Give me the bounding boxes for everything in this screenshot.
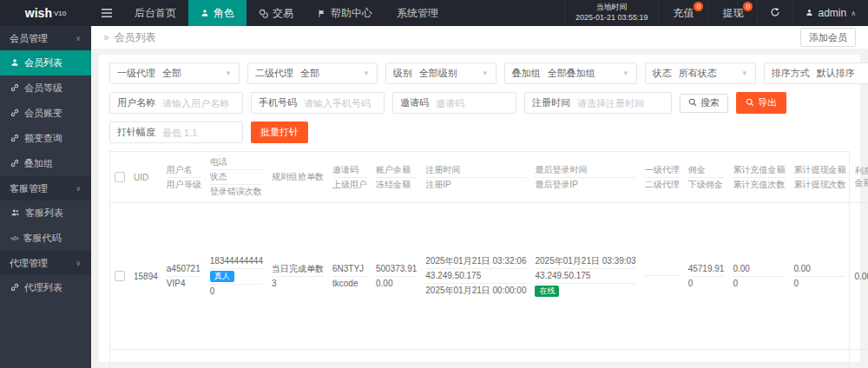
filter-row-inputs: 用户名称 手机号码 邀请码 注册时间 搜索	[109, 92, 850, 114]
stack-group-select[interactable]: 叠加组 全部叠加组 ▼	[504, 62, 637, 84]
header-invite: 邀请码 上级用户	[328, 152, 372, 203]
header-select	[110, 152, 129, 203]
sort-select[interactable]: 排序方式 默认排序 ▼	[764, 62, 868, 84]
link-icon	[10, 108, 19, 119]
sidebar-item-member-level[interactable]: 会员等级	[0, 76, 91, 101]
admin-menu[interactable]: admin ∧	[792, 0, 868, 26]
withdraw-nav-button[interactable]: 提现 0	[707, 0, 757, 26]
chevron-down-icon: ▼	[216, 69, 239, 77]
inject-range-field-group: 打针幅度	[109, 122, 243, 143]
recharge-nav-button[interactable]: 充值 0	[658, 0, 707, 26]
sidebar-item-member-list[interactable]: 会员列表	[0, 50, 91, 76]
person-icon	[10, 58, 19, 69]
coins-icon	[259, 9, 268, 18]
level-select[interactable]: 级别 全部级别 ▼	[385, 62, 496, 84]
cell-last-login: 2025年01月21日 03:39:03 43.249.50.175 在线	[530, 203, 640, 350]
header-withdraw: 累计提现金额 累计提现次数	[789, 152, 850, 203]
time-label: 当地时间	[596, 3, 628, 13]
nav-item-trade[interactable]: 交易	[247, 0, 306, 26]
export-button[interactable]: 导出	[736, 92, 786, 114]
sidebar-group-support[interactable]: 客服管理 ∨	[0, 176, 91, 200]
sidebar-item-support-list[interactable]: 客服列表	[0, 200, 91, 226]
content-card: 一级代理 全部 ▼ 二级代理 全部 ▼ 级别 全部级别 ▼ 叠加组 全部叠加组 …	[99, 55, 860, 362]
nav-item-help[interactable]: 帮助中心	[306, 0, 385, 26]
link-icon	[10, 159, 19, 169]
filter-row-selects: 一级代理 全部 ▼ 二级代理 全部 ▼ 级别 全部级别 ▼ 叠加组 全部叠加组 …	[109, 62, 850, 84]
chevron-up-icon: ∧	[851, 10, 856, 17]
cell-balance: 500373.91 0.00	[372, 203, 421, 350]
chevron-down-icon: ▼	[733, 69, 755, 77]
cell-commission: 0 4571.99	[684, 350, 729, 368]
refresh-icon	[770, 5, 780, 21]
chevron-down-icon: ▼	[614, 69, 636, 77]
person-icon	[806, 7, 813, 19]
register-time-input[interactable]	[577, 93, 671, 113]
header-rule: 规则组抢单数	[267, 152, 328, 203]
person-icon	[201, 9, 209, 17]
code-icon: </>	[10, 234, 18, 242]
cell-invite: J5ABB2	[328, 350, 372, 368]
cell-interest: 0.0000	[850, 350, 868, 368]
select-row-checkbox[interactable]	[115, 271, 125, 281]
hamburger-button[interactable]	[91, 0, 122, 26]
sidebar: 会员管理 ∨ 会员列表 会员等级 会员账变 额变查询 叠加组 客服管理 ∨	[0, 26, 91, 368]
header-register: 注册时间 注册IP	[421, 152, 530, 203]
nav-menu: 后台首页 角色 交易 帮助中心 系统管理	[91, 0, 450, 26]
sidebar-item-stack-group[interactable]: 叠加组	[0, 151, 91, 176]
search-button[interactable]: 搜索	[680, 94, 728, 113]
table-row: 15893 tkcode VIP0 1247172371 真人 0 当日完成单数	[110, 350, 868, 368]
sidebar-item-agent-list[interactable]: 代理列表	[0, 275, 91, 300]
invite-code-input[interactable]	[436, 93, 516, 113]
cell-rule: 当日完成单数 3	[267, 203, 328, 350]
chevron-down-icon: ∨	[76, 185, 81, 193]
cell-invite: 6N3TYJ tkcode	[328, 203, 372, 350]
cell-register: 2025年01月21日 03:32:06 43.249.50.175 2025年…	[421, 203, 530, 350]
select-all-checkbox[interactable]	[115, 172, 125, 182]
breadcrumb-arrow-icon: »	[103, 31, 109, 43]
nav-item-system[interactable]: 系统管理	[385, 0, 450, 26]
cell-balance: 4571.99 0.00	[372, 350, 421, 368]
users-icon	[10, 208, 20, 219]
nav-item-home[interactable]: 后台首页	[122, 0, 188, 26]
cell-uid: 15893	[129, 350, 162, 368]
app-logo: wishV10	[0, 0, 91, 26]
main-content: »会员列表 添加会员 一级代理 全部 ▼ 二级代理 全部 ▼ 级别 全部级别 ▼…	[91, 26, 868, 368]
phone-input[interactable]	[304, 93, 384, 113]
sidebar-item-member-account-change[interactable]: 会员账变	[0, 101, 91, 126]
withdraw-badge: 0	[743, 2, 753, 11]
cell-phone: 18344444444 真人 0	[206, 203, 267, 350]
agent2-select[interactable]: 二级代理 全部 ▼	[247, 62, 378, 84]
sidebar-item-quota-query[interactable]: 额变查询	[0, 126, 91, 151]
hamburger-icon	[102, 9, 112, 17]
cell-withdraw: 0.00 0	[789, 350, 850, 368]
add-member-button[interactable]: 添加会员	[800, 28, 856, 47]
member-table: UID 用户名 用户等级 电话 状态 登录错误次数 规则组抢单数 邀请码	[110, 152, 868, 368]
search-icon	[746, 98, 754, 108]
status-select[interactable]: 状态 所有状态 ▼	[645, 62, 756, 84]
search-icon	[688, 98, 697, 108]
sidebar-group-members[interactable]: 会员管理 ∨	[0, 26, 91, 50]
chevron-down-icon: ▼	[473, 69, 496, 77]
username-input[interactable]	[162, 93, 242, 113]
sidebar-group-agents[interactable]: 代理管理 ∨	[0, 251, 91, 275]
agent1-select[interactable]: 一级代理 全部 ▼	[109, 62, 240, 84]
flag-icon	[318, 9, 326, 18]
batch-inject-button[interactable]: 批量打针	[251, 122, 308, 143]
cell-select	[110, 350, 129, 368]
nav-item-roles[interactable]: 角色	[188, 0, 247, 26]
inject-range-input[interactable]	[162, 122, 242, 142]
link-icon	[10, 283, 19, 293]
chevron-down-icon: ∨	[76, 35, 81, 43]
table-header-row: UID 用户名 用户等级 电话 状态 登录错误次数 规则组抢单数 邀请码	[110, 152, 868, 203]
cell-user: a450721 VIP4	[162, 203, 206, 350]
cell-recharge: 0.00 0	[728, 203, 789, 350]
status-badge: 真人	[210, 271, 234, 282]
header-phone: 电话 状态 登录错误次数	[206, 152, 267, 203]
admin-name: admin	[818, 7, 846, 19]
sidebar-item-support-code[interactable]: </> 客服代码	[0, 226, 91, 251]
refresh-button[interactable]	[757, 0, 792, 26]
header-user: 用户名 用户等级	[162, 152, 206, 203]
logo-version: V10	[54, 10, 66, 17]
cell-recharge: 0.00 0	[728, 350, 789, 368]
navbar-right: 当地时间 2025-01-21 03:55:19 充值 0 提现 0 admin…	[564, 0, 868, 26]
